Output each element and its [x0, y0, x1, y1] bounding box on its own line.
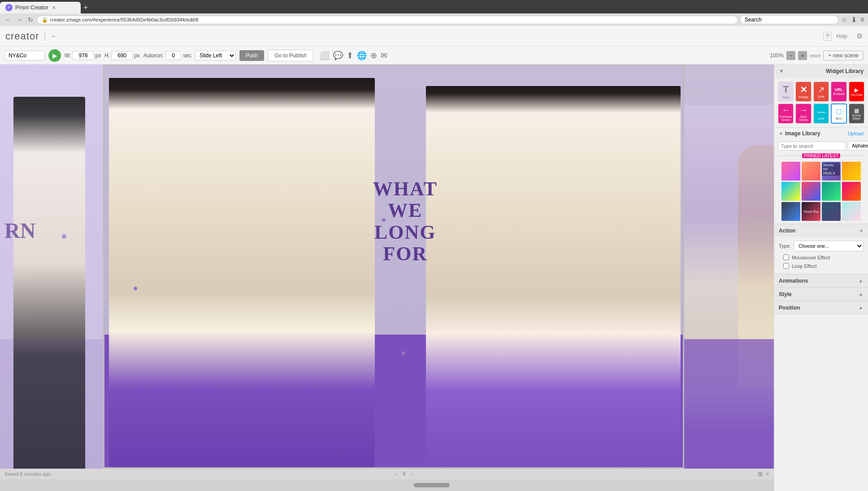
height-unit: px: [134, 52, 140, 59]
widget-text[interactable]: T Text: [778, 82, 794, 102]
mail-icon[interactable]: ✉: [381, 51, 387, 60]
autorun-input[interactable]: [165, 51, 181, 60]
position-header[interactable]: Position ►: [774, 301, 868, 314]
image-library-upload-button[interactable]: Upload: [848, 131, 864, 136]
browser-tab[interactable]: P Prism Creator ×: [0, 2, 81, 13]
play-button[interactable]: ▶: [48, 49, 61, 62]
zoom-out-button[interactable]: −: [786, 51, 795, 60]
action-body: Type: Choose one... Mouseover Effect Loo…: [774, 237, 868, 274]
mouseover-effect-checkbox[interactable]: [783, 254, 789, 260]
action-type-row: Type: Choose one...: [779, 239, 864, 253]
overlay-line4: FOR: [373, 243, 438, 265]
back-to-projects-button[interactable]: ←: [51, 32, 58, 40]
image-library-section: ▼ Image Library Upload Alphabetical Newe…: [774, 128, 868, 224]
image-thumb-1[interactable]: [781, 162, 800, 181]
image-thumb-8[interactable]: [842, 182, 861, 201]
widget-scene-slider[interactable]: ▦ Scene Slider: [849, 103, 864, 124]
style-header[interactable]: Style ►: [774, 288, 868, 301]
publish-button[interactable]: Go to Publish: [268, 50, 313, 61]
status-text: Saved 6 minutes ago: [4, 471, 51, 477]
upload-icon[interactable]: ⬆: [347, 51, 353, 60]
browser-search-bar[interactable]: Search: [740, 15, 838, 24]
widget-image[interactable]: ✕ Image: [795, 82, 811, 102]
image-thumb-3[interactable]: Shorts NY DEALS: [822, 162, 841, 181]
image-thumb-7[interactable]: [822, 182, 841, 201]
help-button[interactable]: Help: [836, 33, 847, 39]
widget-next-scene[interactable]: → Next Scene: [795, 103, 811, 124]
tab-favicon: P: [5, 4, 13, 11]
tab-title: Prism Creator: [15, 4, 48, 11]
position-section: Position ►: [774, 301, 868, 314]
bookmark-icon[interactable]: ☆: [840, 15, 848, 25]
comment-icon[interactable]: 💬: [333, 51, 343, 60]
image-thumb-9[interactable]: [781, 202, 800, 221]
tab-close-button[interactable]: ×: [52, 4, 56, 11]
width-input[interactable]: [72, 51, 94, 60]
new-tab-button[interactable]: +: [83, 3, 88, 13]
horizontal-scrollbar[interactable]: [414, 483, 450, 487]
height-label: H:: [104, 52, 110, 59]
action-type-label: Type:: [779, 243, 791, 249]
height-input[interactable]: [111, 51, 133, 60]
widget-embed[interactable]: URL Embed: [831, 82, 846, 102]
slide-transition-select[interactable]: Slide Left Slide Right Fade None: [195, 51, 236, 60]
image-thumb-11[interactable]: [822, 202, 841, 221]
height-group: H: px: [104, 51, 140, 60]
settings-icon[interactable]: ⚙: [856, 32, 863, 40]
help-question-button[interactable]: ?: [823, 32, 832, 41]
image-thumb-6[interactable]: [802, 182, 820, 201]
zoom-reset-button[interactable]: reset: [810, 53, 820, 58]
globe-icon[interactable]: 🌐: [357, 51, 367, 60]
previous-scene-panel[interactable]: RN: [0, 65, 103, 469]
image-thumb-12[interactable]: [842, 202, 861, 221]
menu-icon[interactable]: ≡: [859, 15, 865, 25]
loop-effect-checkbox[interactable]: [783, 263, 789, 269]
action-header[interactable]: Action ▼: [774, 224, 868, 237]
widget-prev-scene[interactable]: ← Previous Scene: [778, 103, 794, 124]
expand-icon[interactable]: ⊞: [758, 470, 763, 478]
widget-grid: T Text ✕ Image ↗ Link URL Embed: [774, 78, 868, 127]
main-scene-panel[interactable]: WHAT WE LONG FOR: [103, 65, 684, 469]
url-bar[interactable]: 🔒 creator.zmags.com/#experience/55364d92…: [37, 16, 738, 24]
position-label: Position: [779, 305, 800, 311]
loop-effect-label: Loop Effect: [792, 263, 816, 269]
new-scene-button[interactable]: + new scene: [823, 51, 864, 60]
image-thumb-4[interactable]: [842, 162, 861, 181]
image-thumb-10[interactable]: Sweet Pea: [802, 202, 820, 221]
widget-library-section: ▼ Widget Library T Text ✕ Image ↗ Link: [774, 65, 868, 128]
back-button[interactable]: ←: [3, 15, 13, 24]
style-label: Style: [779, 291, 792, 297]
refresh-button[interactable]: ↻: [26, 15, 35, 24]
page-prev-arrow[interactable]: ←: [394, 471, 399, 477]
image-sort-select[interactable]: Alphabetical Newest Oldest: [848, 141, 868, 151]
scene-name-input[interactable]: [4, 51, 45, 60]
widget-box[interactable]: □ Box: [831, 103, 846, 124]
widget-youtube[interactable]: ▶ YouTube: [849, 82, 864, 102]
forward-button[interactable]: →: [14, 15, 24, 24]
widget-library-header[interactable]: ▼ Widget Library: [774, 65, 868, 78]
layers-icon[interactable]: ⊕: [370, 51, 377, 60]
download-icon[interactable]: ⬇: [850, 15, 858, 25]
lock-icon: 🔒: [42, 17, 48, 23]
widget-link[interactable]: ↗ Link: [813, 82, 829, 102]
image-thumb-5[interactable]: [781, 182, 800, 201]
autorun-group: Autorun: sec: [143, 51, 191, 60]
close-scene-icon[interactable]: ×: [766, 470, 769, 478]
header-divider: |: [43, 31, 46, 41]
next-scene-panel[interactable]: [684, 65, 774, 469]
image-search-input[interactable]: [778, 142, 846, 151]
push-button[interactable]: Push: [239, 50, 264, 61]
action-section: Action ▼ Type: Choose one... Mouseover E…: [774, 224, 868, 274]
app-logo: creator: [5, 30, 39, 42]
action-type-select[interactable]: Choose one...: [794, 241, 864, 251]
widget-library-label: Widget Library: [826, 68, 864, 74]
zoom-in-button[interactable]: +: [798, 51, 807, 60]
page-next-arrow[interactable]: →: [409, 471, 415, 477]
loop-effect-row: Loop Effect: [779, 262, 864, 270]
position-expand-icon: ►: [859, 306, 864, 310]
animations-header[interactable]: Animations ►: [774, 274, 868, 287]
image-thumb-2[interactable]: [802, 162, 820, 181]
browser-chrome: P Prism Creator × + ← → ↻ 🔒 creator.zmag…: [0, 0, 868, 26]
widget-line[interactable]: — Line: [813, 103, 829, 124]
share-icon[interactable]: ⬜: [320, 51, 330, 60]
